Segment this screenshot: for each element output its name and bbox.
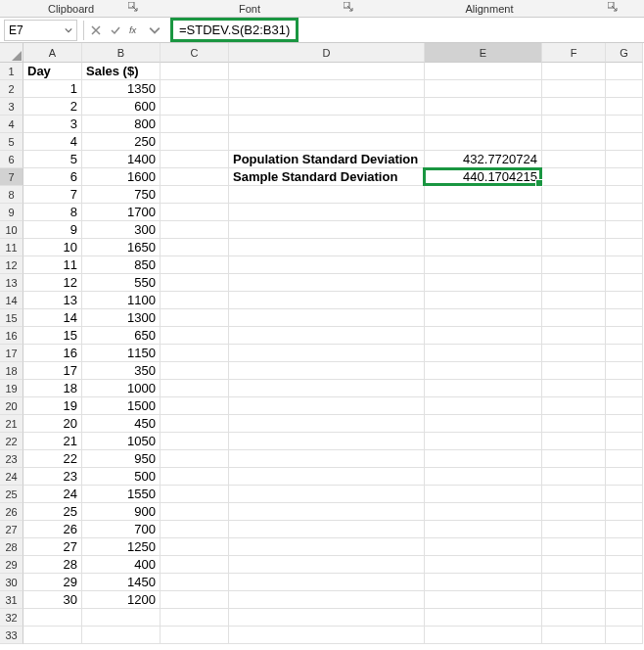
cell-E15[interactable] [425, 309, 542, 327]
cell-B23[interactable]: 950 [82, 450, 161, 468]
cell-C32[interactable] [161, 609, 229, 627]
cell-F16[interactable] [542, 327, 606, 345]
cell-C11[interactable] [161, 239, 229, 256]
column-header-g[interactable]: G [606, 43, 643, 63]
cell-B12[interactable]: 850 [82, 256, 161, 274]
cell-E13[interactable] [425, 274, 542, 292]
row-header[interactable]: 19 [0, 380, 23, 397]
cell-F9[interactable] [542, 204, 606, 221]
cell-A19[interactable]: 18 [23, 380, 82, 397]
row-header[interactable]: 8 [0, 186, 23, 204]
cell-A1[interactable]: Day [23, 63, 82, 80]
cell-C10[interactable] [161, 221, 229, 239]
row-header[interactable]: 2 [0, 80, 23, 98]
cell-F7[interactable] [542, 168, 606, 186]
cell-A31[interactable]: 30 [23, 591, 82, 609]
cell-C14[interactable] [161, 292, 229, 309]
column-header-a[interactable]: A [23, 43, 82, 63]
cell-A32[interactable] [23, 609, 82, 627]
cell-C8[interactable] [161, 186, 229, 204]
row-header[interactable]: 11 [0, 239, 23, 256]
cell-G3[interactable] [606, 98, 643, 116]
cell-F2[interactable] [542, 80, 606, 98]
row-header[interactable]: 6 [0, 151, 23, 168]
cell-B18[interactable]: 350 [82, 362, 161, 380]
cell-D30[interactable] [229, 574, 425, 591]
cell-A6[interactable]: 5 [23, 151, 82, 168]
cell-C23[interactable] [161, 450, 229, 468]
cell-C6[interactable] [161, 151, 229, 168]
cell-B24[interactable]: 500 [82, 468, 161, 486]
cell-A28[interactable]: 27 [23, 538, 82, 556]
row-header[interactable]: 10 [0, 221, 23, 239]
cell-A27[interactable]: 26 [23, 521, 82, 538]
cell-A29[interactable]: 28 [23, 556, 82, 574]
cell-C4[interactable] [161, 116, 229, 133]
cell-G11[interactable] [606, 239, 643, 256]
name-box[interactable]: E7 [4, 20, 77, 41]
cell-G8[interactable] [606, 186, 643, 204]
row-header[interactable]: 33 [0, 627, 23, 644]
cell-B29[interactable]: 400 [82, 556, 161, 574]
cell-A10[interactable]: 9 [23, 221, 82, 239]
column-header-d[interactable]: D [229, 43, 425, 63]
cell-B6[interactable]: 1400 [82, 151, 161, 168]
cell-B11[interactable]: 1650 [82, 239, 161, 256]
cell-G31[interactable] [606, 591, 643, 609]
cell-G32[interactable] [606, 609, 643, 627]
cell-E19[interactable] [425, 380, 542, 397]
cell-B25[interactable]: 1550 [82, 486, 161, 503]
cell-E22[interactable] [425, 433, 542, 450]
row-header[interactable]: 15 [0, 309, 23, 327]
cell-F5[interactable] [542, 133, 606, 151]
cell-F33[interactable] [542, 627, 606, 644]
cell-E33[interactable] [425, 627, 542, 644]
cell-B7[interactable]: 1600 [82, 168, 161, 186]
cell-B32[interactable] [82, 609, 161, 627]
cell-C17[interactable] [161, 345, 229, 362]
formula-input[interactable]: =STDEV.S(B2:B31) [164, 18, 644, 42]
cell-F3[interactable] [542, 98, 606, 116]
cell-C33[interactable] [161, 627, 229, 644]
cell-G24[interactable] [606, 468, 643, 486]
cell-G4[interactable] [606, 116, 643, 133]
row-header[interactable]: 20 [0, 397, 23, 415]
cell-G15[interactable] [606, 309, 643, 327]
row-header[interactable]: 12 [0, 256, 23, 274]
cell-D18[interactable] [229, 362, 425, 380]
cell-G16[interactable] [606, 327, 643, 345]
cell-F15[interactable] [542, 309, 606, 327]
cell-E2[interactable] [425, 80, 542, 98]
cell-C26[interactable] [161, 503, 229, 521]
cell-F22[interactable] [542, 433, 606, 450]
cell-A26[interactable]: 25 [23, 503, 82, 521]
cell-B19[interactable]: 1000 [82, 380, 161, 397]
cell-A24[interactable]: 23 [23, 468, 82, 486]
cell-D11[interactable] [229, 239, 425, 256]
cell-G17[interactable] [606, 345, 643, 362]
cell-F14[interactable] [542, 292, 606, 309]
cell-D7[interactable]: Sample Standard Deviation [229, 168, 425, 186]
cell-D12[interactable] [229, 256, 425, 274]
cell-B30[interactable]: 1450 [82, 574, 161, 591]
cell-F1[interactable] [542, 63, 606, 80]
cell-F21[interactable] [542, 415, 606, 433]
cell-C22[interactable] [161, 433, 229, 450]
cell-G2[interactable] [606, 80, 643, 98]
cell-A12[interactable]: 11 [23, 256, 82, 274]
cell-B15[interactable]: 1300 [82, 309, 161, 327]
cell-D6[interactable]: Population Standard Deviation [229, 151, 425, 168]
cell-E25[interactable] [425, 486, 542, 503]
enter-icon[interactable] [107, 22, 124, 39]
cell-C12[interactable] [161, 256, 229, 274]
cell-G21[interactable] [606, 415, 643, 433]
cell-C20[interactable] [161, 397, 229, 415]
cell-B3[interactable]: 600 [82, 98, 161, 116]
cell-A21[interactable]: 20 [23, 415, 82, 433]
cell-B33[interactable] [82, 627, 161, 644]
cell-D21[interactable] [229, 415, 425, 433]
cell-G7[interactable] [606, 168, 643, 186]
fx-icon[interactable]: fx [126, 22, 144, 39]
cell-D16[interactable] [229, 327, 425, 345]
cell-C19[interactable] [161, 380, 229, 397]
